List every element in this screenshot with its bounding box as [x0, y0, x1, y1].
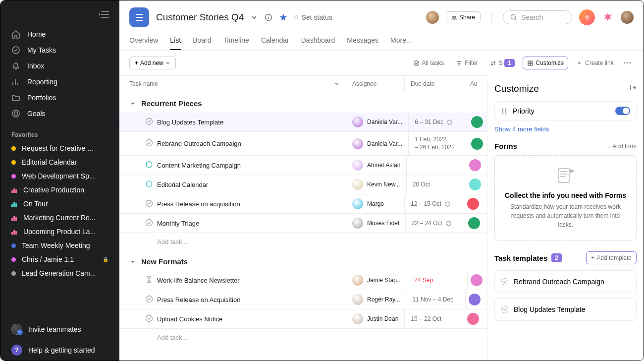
- project-dropdown-button[interactable]: [251, 14, 258, 21]
- sidebar-item-my-tasks[interactable]: My Tasks: [0, 42, 119, 58]
- assignee-cell[interactable]: Kevin New...: [346, 175, 407, 194]
- task-row[interactable]: Press Release on acquisition Margo 12 – …: [119, 194, 487, 214]
- assignee-cell[interactable]: Justin Dean: [346, 309, 405, 328]
- tab-timeline[interactable]: Timeline: [223, 32, 249, 50]
- task-row[interactable]: Press Release on Acquisition Roger Ray..…: [119, 290, 487, 309]
- tab-dashboard[interactable]: Dashboard: [301, 32, 335, 50]
- user-avatar[interactable]: [621, 11, 634, 24]
- tab-calendar[interactable]: Calendar: [261, 32, 289, 50]
- col-due-date[interactable]: Due date: [405, 76, 464, 92]
- assignee-cell[interactable]: Roger Ray...: [346, 290, 406, 309]
- favorite-item[interactable]: Lead Generation Cam...: [0, 266, 119, 280]
- favorite-item[interactable]: Chris / Jamie 1:1🔒: [0, 252, 119, 266]
- show-more-fields-link[interactable]: Show 4 more fields: [494, 125, 637, 133]
- task-row[interactable]: Upload Cookies Notice Justin Dean 15 – 2…: [119, 309, 487, 329]
- assignee-avatar: [352, 138, 363, 149]
- set-status-button[interactable]: Set status: [294, 13, 332, 21]
- sort-button[interactable]: S1: [486, 57, 519, 69]
- task-check-icon[interactable]: [145, 219, 153, 228]
- section-header[interactable]: Recurrent Pieces: [119, 92, 487, 113]
- task-name-cell[interactable]: Work-life Balance Newsletter: [119, 271, 346, 290]
- col-assignee[interactable]: Assignee: [346, 76, 405, 92]
- tab-list[interactable]: List: [170, 32, 181, 50]
- info-icon[interactable]: [265, 13, 272, 21]
- task-name-cell[interactable]: Monthly Triage: [119, 214, 346, 233]
- task-row[interactable]: Work-life Balance Newsletter Jamie Stap.…: [119, 271, 487, 290]
- field-priority[interactable]: Priority: [494, 101, 637, 120]
- sidebar-item-inbox[interactable]: Inbox: [0, 58, 119, 74]
- search-input[interactable]: Search: [503, 10, 572, 24]
- assignee-cell[interactable]: Jamie Stap...: [346, 271, 408, 290]
- assignee-cell[interactable]: Daniela Var...: [346, 113, 409, 131]
- task-check-icon[interactable]: [145, 199, 153, 209]
- sidebar-item-goals[interactable]: Goals: [0, 106, 119, 121]
- template-item[interactable]: Blog Updates Template: [494, 298, 637, 321]
- col-task-name[interactable]: Task name: [119, 76, 346, 92]
- col-author[interactable]: Au: [464, 76, 482, 92]
- tab-more[interactable]: More...: [390, 32, 412, 50]
- task-check-icon[interactable]: [145, 314, 153, 324]
- favorite-item[interactable]: Team Weekly Meeting: [0, 239, 119, 252]
- task-row[interactable]: Content Marketing Campaign Ahmet Aslan: [119, 156, 487, 175]
- task-row[interactable]: Editorial Calendar Kevin New... 20 Oct: [119, 175, 487, 194]
- customize-button[interactable]: Customize: [523, 57, 569, 69]
- create-link-button[interactable]: Create link: [572, 57, 617, 69]
- task-row[interactable]: Rebrand Outreach Campaign Daniela Var...…: [119, 132, 487, 156]
- author-cell: [468, 271, 485, 290]
- sidebar-item-reporting[interactable]: Reporting: [0, 74, 119, 90]
- task-name-cell[interactable]: Press Release on Acquisition: [119, 290, 346, 309]
- task-check-icon[interactable]: [145, 180, 153, 189]
- favorite-item[interactable]: Web Development Sp...: [0, 169, 119, 183]
- tab-messages[interactable]: Messages: [347, 32, 378, 50]
- template-item[interactable]: Rebrand Outreach Campaign: [494, 270, 637, 293]
- task-check-icon[interactable]: [145, 276, 153, 285]
- sidebar-item-portfolios[interactable]: Portfolios: [0, 90, 119, 106]
- task-check-icon[interactable]: [145, 118, 153, 127]
- add-new-button[interactable]: +Add new: [129, 57, 176, 69]
- task-row[interactable]: Monthly Triage Moses Fidel 22 – 24 Oct: [119, 214, 487, 233]
- task-name-cell[interactable]: Blog Updates Template: [119, 113, 346, 131]
- task-name-cell[interactable]: Content Marketing Campaign: [119, 156, 346, 175]
- add-task-input[interactable]: Add task...: [119, 329, 487, 346]
- panel-close-button[interactable]: [628, 83, 637, 94]
- filter-button[interactable]: Filter: [452, 57, 482, 69]
- status-dot-icon: [294, 15, 298, 19]
- star-icon[interactable]: [279, 13, 287, 21]
- task-name-cell[interactable]: Editorial Calendar: [119, 175, 346, 194]
- assignee-cell[interactable]: Margo: [346, 194, 405, 213]
- all-tasks-button[interactable]: All tasks: [409, 57, 448, 69]
- task-name-cell[interactable]: Press Release on acquisition: [119, 194, 346, 213]
- favorite-item[interactable]: Editorial Calendar: [0, 155, 119, 169]
- task-check-icon[interactable]: [145, 161, 153, 170]
- share-button[interactable]: Share: [446, 11, 481, 23]
- member-avatar[interactable]: [426, 11, 439, 24]
- add-form-button[interactable]: +Add form: [607, 143, 637, 150]
- omni-add-button[interactable]: +: [579, 9, 595, 25]
- task-check-icon[interactable]: [145, 295, 153, 304]
- task-name-cell[interactable]: Rebrand Outreach Campaign: [119, 132, 346, 155]
- favorite-item[interactable]: Request for Creative ...: [0, 141, 119, 155]
- favorite-item[interactable]: Creative Production: [0, 183, 119, 197]
- task-row[interactable]: Blog Updates Template Daniela Var... 6 –…: [119, 113, 487, 132]
- upgrade-icon[interactable]: [602, 11, 614, 23]
- field-toggle[interactable]: [615, 107, 630, 115]
- invite-teammates-button[interactable]: + Invite teammates: [0, 319, 119, 340]
- favorite-item[interactable]: Upcoming Product La...: [0, 225, 119, 239]
- project-dot-icon: [11, 146, 16, 151]
- assignee-cell[interactable]: Daniela Var...: [346, 132, 409, 155]
- help-button[interactable]: ? Help & getting started: [0, 340, 119, 361]
- sidebar-item-home[interactable]: Home: [0, 26, 119, 42]
- assignee-cell[interactable]: Ahmet Aslan: [346, 156, 407, 175]
- section-header[interactable]: New Formats: [119, 250, 487, 271]
- tab-overview[interactable]: Overview: [129, 32, 158, 50]
- tab-board[interactable]: Board: [193, 32, 211, 50]
- add-task-input[interactable]: Add task...: [119, 233, 487, 250]
- sidebar-collapse-button[interactable]: [0, 6, 119, 22]
- add-template-button[interactable]: +Add template: [586, 251, 637, 264]
- task-name-cell[interactable]: Upload Cookies Notice: [119, 309, 346, 328]
- toolbar-more-button[interactable]: ···: [622, 57, 634, 69]
- task-check-icon[interactable]: [145, 139, 153, 148]
- favorite-item[interactable]: Marketing Current Ro...: [0, 211, 119, 225]
- favorite-item[interactable]: On Tour: [0, 197, 119, 211]
- assignee-cell[interactable]: Moses Fidel: [346, 214, 406, 233]
